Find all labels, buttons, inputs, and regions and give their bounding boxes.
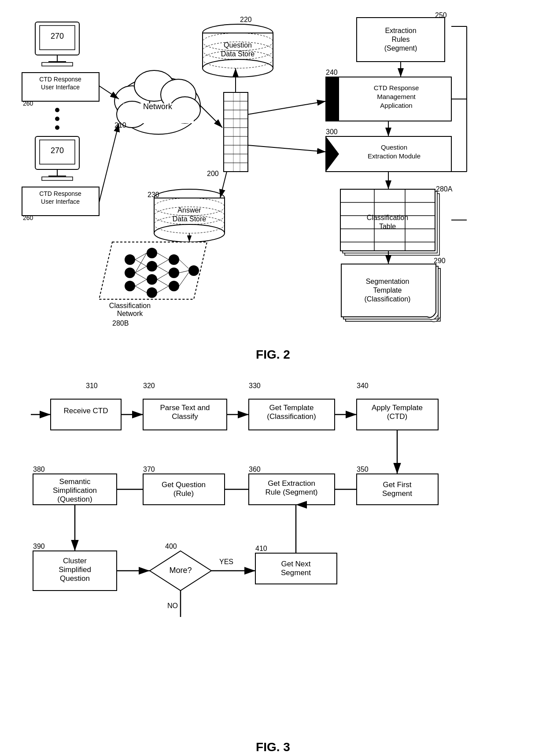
svg-text:230: 230 [148,191,159,198]
svg-text:200: 200 [207,170,219,177]
svg-text:Data Store: Data Store [221,50,255,58]
svg-line-131 [200,106,222,128]
svg-text:Get Extraction: Get Extraction [268,479,315,488]
svg-text:Simplified: Simplified [59,565,91,574]
svg-text:400: 400 [165,543,177,550]
svg-text:240: 240 [326,69,338,76]
svg-text:Parse Text and: Parse Text and [160,404,210,412]
svg-text:260: 260 [23,214,33,221]
svg-point-106 [169,254,179,265]
svg-line-135 [248,145,326,152]
svg-point-105 [147,287,157,298]
svg-text:Semantic: Semantic [59,477,91,486]
svg-text:User Interface: User Interface [41,84,80,91]
svg-text:Question: Question [381,143,407,151]
svg-text:Data Store: Data Store [173,215,207,223]
svg-point-14 [55,125,59,130]
svg-text:280B: 280B [112,319,129,327]
svg-text:Get First: Get First [383,481,411,489]
svg-text:Segmentation: Segmentation [366,278,410,285]
svg-text:Apply Template: Apply Template [372,404,423,412]
svg-text:360: 360 [249,466,261,473]
svg-text:Network: Network [117,310,144,317]
svg-text:370: 370 [143,466,155,473]
svg-text:Application: Application [380,102,412,109]
svg-point-13 [55,117,59,121]
svg-text:250: 250 [435,11,447,19]
svg-text:Network: Network [143,102,173,111]
svg-point-12 [55,108,59,112]
svg-rect-52 [224,92,248,172]
svg-point-104 [147,274,157,285]
svg-text:Get Next: Get Next [281,560,310,568]
svg-text:Question: Question [60,574,90,583]
svg-text:CTD Response: CTD Response [374,84,419,92]
svg-text:Segment: Segment [281,569,311,577]
svg-text:Extraction: Extraction [385,27,416,34]
svg-text:User Interface: User Interface [41,198,80,205]
svg-text:Rule (Segment): Rule (Segment) [265,488,317,496]
svg-text:Get Template: Get Template [269,404,314,412]
svg-line-130 [99,123,119,202]
svg-text:320: 320 [143,382,155,389]
svg-point-108 [169,281,179,291]
svg-text:Simplification: Simplification [53,486,97,495]
svg-text:YES: YES [219,558,233,565]
svg-text:270: 270 [51,146,64,155]
svg-rect-70 [326,77,339,121]
svg-point-109 [188,265,199,276]
svg-rect-7 [42,62,73,66]
svg-text:270: 270 [51,32,64,40]
svg-point-107 [169,268,179,278]
svg-text:380: 380 [33,466,45,473]
svg-text:Cluster: Cluster [63,557,87,565]
svg-text:220: 220 [240,16,252,23]
svg-line-129 [99,86,119,99]
svg-rect-20 [42,177,73,180]
svg-text:(Rule): (Rule) [173,489,194,498]
svg-point-100 [125,268,135,278]
svg-text:Rules: Rules [392,36,410,43]
svg-text:CTD Response: CTD Response [39,76,81,83]
svg-text:More?: More? [169,566,192,575]
svg-point-99 [125,254,135,265]
svg-point-101 [125,281,135,291]
svg-line-133 [220,172,227,198]
svg-text:(Question): (Question) [57,495,92,503]
fig2-title: FIG. 2 [18,348,528,362]
svg-point-102 [147,248,157,258]
svg-text:300: 300 [326,128,338,136]
svg-text:410: 410 [255,545,267,552]
svg-text:(Classification): (Classification) [267,412,316,421]
svg-text:350: 350 [357,466,369,473]
svg-point-103 [147,261,157,272]
svg-text:280A: 280A [436,185,453,193]
svg-text:(Segment): (Segment) [384,44,417,52]
svg-text:Question: Question [224,41,252,49]
svg-line-134 [248,101,326,114]
svg-text:Extraction Module: Extraction Module [368,152,421,160]
svg-text:Answer: Answer [177,206,201,214]
svg-text:Classify: Classify [172,412,198,421]
svg-text:260: 260 [23,100,33,107]
svg-text:330: 330 [249,382,261,389]
svg-text:290: 290 [434,257,446,264]
svg-text:310: 310 [86,382,98,389]
svg-text:NO: NO [167,602,178,609]
svg-text:CTD Response: CTD Response [39,190,81,197]
svg-text:Get Question: Get Question [162,481,206,489]
svg-text:390: 390 [33,543,45,550]
svg-text:Table: Table [379,223,396,230]
svg-text:Segment: Segment [382,489,412,498]
svg-text:Template: Template [373,286,402,294]
svg-text:(CTD): (CTD) [387,412,407,421]
svg-text:Management: Management [377,93,416,100]
fig3-title: FIG. 3 [18,740,528,754]
svg-text:(Classification): (Classification) [365,295,411,303]
svg-text:Receive CTD: Receive CTD [63,407,108,415]
svg-text:Classification: Classification [367,214,408,221]
svg-text:210: 210 [114,121,126,129]
svg-text:Classification: Classification [109,302,151,309]
svg-text:340: 340 [357,382,369,389]
